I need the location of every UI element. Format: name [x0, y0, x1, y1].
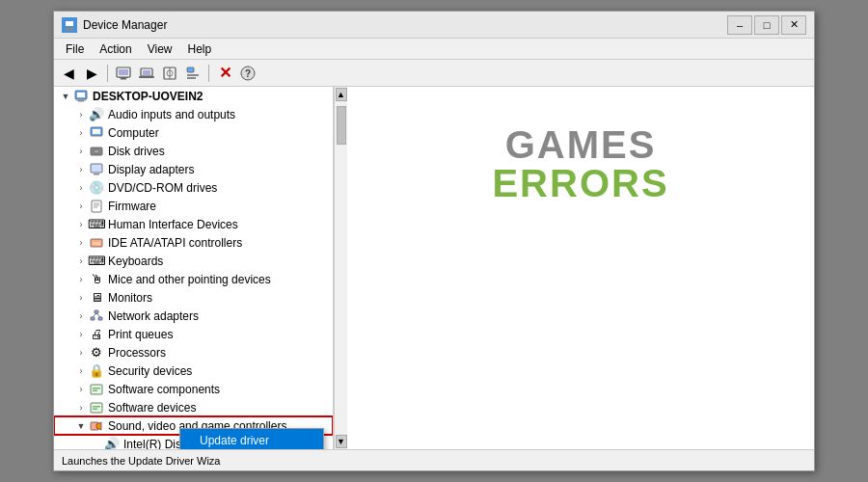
svg-rect-15 — [187, 74, 199, 76]
svg-line-39 — [96, 313, 100, 317]
scroll-track — [335, 102, 347, 434]
svg-rect-6 — [121, 78, 126, 80]
forward-button[interactable]: ▶ — [81, 63, 102, 84]
computer-tree-icon — [73, 89, 89, 104]
content-area: ▼ DESKTOP-UOVEIN2 › 🔊 Audio inputs and o… — [54, 87, 814, 449]
keyboard-icon: ⌨ — [89, 254, 104, 269]
close-button[interactable]: ✕ — [781, 15, 806, 35]
toolbar: ◀ ▶ — [54, 60, 814, 87]
ide-icon — [89, 235, 104, 251]
expand-arrow: › — [73, 144, 89, 159]
print-icon: 🖨 — [89, 327, 104, 342]
minimize-button[interactable]: – — [727, 15, 752, 35]
scroll-up-button[interactable]: ▲ — [336, 88, 347, 101]
brand-line2: ERRORS — [492, 164, 668, 202]
expand-arrow: › — [73, 162, 89, 177]
network-icon — [89, 308, 104, 324]
svg-rect-43 — [91, 403, 102, 413]
dvd-icon: 💿 — [89, 180, 104, 196]
list-item[interactable]: › ⌨ Keyboards — [54, 252, 333, 270]
delete-button[interactable]: ✕ — [214, 63, 235, 84]
help-button[interactable]: ? — [237, 63, 258, 84]
list-item[interactable]: › Disk drives — [54, 142, 333, 160]
list-item[interactable]: › Network adapters — [54, 307, 333, 325]
list-item[interactable]: › 🔒 Security devices — [54, 362, 333, 380]
software-devices-icon — [89, 400, 104, 415]
item-label: Keyboards — [108, 254, 163, 268]
list-item[interactable]: › 💿 DVD/CD-ROM drives — [54, 178, 333, 197]
audio-device-icon: 🔊 — [104, 437, 120, 450]
item-label: Print queues — [108, 328, 173, 341]
svg-rect-9 — [143, 70, 150, 75]
expand-arrow: › — [73, 199, 89, 214]
monitor-icon: 🖥 — [89, 290, 104, 306]
item-label: Mice and other pointing devices — [108, 273, 271, 286]
device-manager-window: Device Manager – □ ✕ File Action View He… — [53, 11, 815, 471]
root-expand-arrow: ▼ — [58, 89, 73, 104]
right-panel: GAMES ERRORS — [347, 87, 814, 449]
computer-icon — [89, 125, 104, 141]
computer-icon-btn[interactable] — [113, 63, 134, 84]
svg-rect-7 — [119, 77, 128, 78]
firmware-icon — [89, 199, 104, 214]
scrollbar[interactable]: ▲ ▼ — [334, 87, 347, 449]
svg-line-38 — [93, 313, 96, 317]
menu-help[interactable]: Help — [180, 40, 220, 58]
list-item[interactable]: › Software devices — [54, 398, 333, 416]
tree-root[interactable]: ▼ DESKTOP-UOVEIN2 — [54, 87, 333, 105]
item-label: Monitors — [108, 291, 152, 305]
svg-rect-16 — [187, 77, 196, 79]
svg-text:?: ? — [245, 68, 251, 79]
svg-rect-27 — [91, 164, 102, 173]
window-controls: – □ ✕ — [727, 15, 806, 35]
security-icon: 🔒 — [89, 363, 104, 379]
menu-file[interactable]: File — [58, 40, 92, 58]
list-item[interactable]: › IDE ATA/ATAPI controllers — [54, 233, 333, 252]
list-item[interactable]: › 🖱 Mice and other pointing devices — [54, 270, 333, 288]
list-item[interactable]: › Firmware — [54, 197, 333, 215]
expand-arrow: › — [73, 400, 89, 415]
item-label: Firmware — [108, 200, 156, 213]
item-label: Software components — [108, 383, 220, 396]
menu-view[interactable]: View — [140, 40, 180, 58]
scroll-thumb[interactable] — [337, 106, 346, 145]
app-icon — [62, 17, 77, 33]
svg-rect-41 — [93, 388, 100, 389]
list-item[interactable]: › ⚙ Processors — [54, 343, 333, 362]
list-item[interactable]: › Computer — [54, 123, 333, 142]
menu-bar: File Action View Help — [54, 39, 814, 60]
list-item[interactable]: › Software components — [54, 380, 333, 398]
expand-arrow: › — [73, 290, 89, 306]
svg-rect-40 — [91, 385, 102, 394]
svg-rect-22 — [76, 99, 86, 100]
expand-arrow: › — [73, 180, 89, 196]
sound-expand-arrow: ▼ — [73, 418, 89, 434]
scroll-down-button[interactable]: ▼ — [336, 435, 347, 448]
update-driver-option[interactable]: Update driver — [180, 429, 323, 449]
item-label: Display adapters — [108, 163, 194, 176]
svg-rect-44 — [93, 406, 100, 408]
svg-rect-20 — [77, 93, 85, 97]
menu-action[interactable]: Action — [92, 40, 139, 58]
item-label: DVD/CD-ROM drives — [108, 181, 217, 195]
context-menu: Update driver Disable device Uninstall d… — [179, 428, 324, 449]
expand-arrow: › — [73, 327, 89, 342]
title-bar: Device Manager – □ ✕ — [54, 12, 814, 39]
list-item[interactable]: › 🔊 Audio inputs and outputs — [54, 105, 333, 123]
list-item[interactable]: › 🖨 Print queues — [54, 325, 333, 343]
list-item[interactable]: › 🖥 Monitors — [54, 288, 333, 307]
maximize-button[interactable]: □ — [754, 15, 779, 35]
back-button[interactable]: ◀ — [58, 63, 79, 84]
tree-panel[interactable]: ▼ DESKTOP-UOVEIN2 › 🔊 Audio inputs and o… — [54, 87, 334, 449]
scan-button[interactable] — [159, 63, 180, 84]
expand-arrow: › — [73, 382, 89, 397]
audio-icon: 🔊 — [89, 107, 104, 122]
processor-icon: ⚙ — [89, 345, 104, 361]
list-item[interactable]: › Display adapters — [54, 160, 333, 178]
list-item[interactable]: › ⌨ Human Interface Devices — [54, 215, 333, 233]
svg-rect-14 — [187, 67, 194, 72]
properties-btn[interactable] — [182, 63, 203, 84]
laptop-icon-btn[interactable] — [136, 63, 157, 84]
software-components-icon — [89, 382, 104, 397]
svg-rect-2 — [67, 29, 72, 31]
